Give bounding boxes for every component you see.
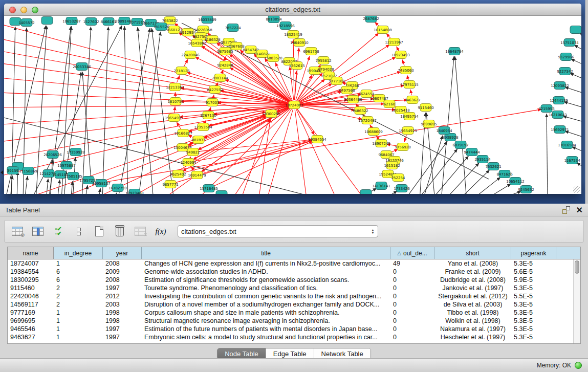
graph-node[interactable]: 15751074 — [560, 39, 579, 47]
graph-edge[interactable] — [15, 106, 290, 194]
table-row[interactable]: 1456911722003Disruption of a novel membe… — [8, 300, 573, 309]
graph-node[interactable]: 9699695 — [421, 120, 437, 128]
graph-node[interactable]: 1362615 — [289, 62, 304, 70]
graph-node[interactable]: 10688609 — [364, 128, 383, 136]
graph-node[interactable] — [41, 17, 53, 25]
graph-node[interactable]: 12444139 — [550, 97, 568, 104]
graph-node[interactable] — [360, 190, 372, 194]
graph-edge[interactable] — [296, 109, 338, 194]
graph-node[interactable] — [216, 191, 227, 194]
table-row[interactable]: 946362711997Embryonic stem cells: a mode… — [8, 333, 573, 341]
graph-edge[interactable] — [230, 109, 292, 194]
graph-node[interactable]: 6879197 — [452, 141, 468, 149]
graph-edge[interactable] — [404, 135, 406, 142]
graph-node[interactable]: 18907249 — [372, 140, 390, 147]
table-selector-dropdown[interactable]: citations_edges.txt ▲▼ — [178, 225, 378, 237]
graph-edge[interactable] — [115, 193, 117, 194]
network-window-titlebar[interactable]: citations_edges.txt — [4, 4, 581, 16]
graph-edge[interactable] — [184, 59, 188, 67]
graph-edge[interactable] — [570, 73, 581, 79]
column-select-checklist-icon[interactable]: ▫✔▫✔ — [52, 225, 65, 238]
column-header-year[interactable]: year — [103, 247, 142, 259]
graph-node[interactable]: 7486322 — [352, 107, 368, 115]
graph-edge[interactable] — [36, 26, 47, 194]
column-header-pagerank[interactable]: pagerank — [511, 247, 556, 259]
graph-edge[interactable] — [547, 114, 548, 194]
graph-node[interactable]: 20206526 — [43, 151, 62, 159]
graph-edge[interactable] — [31, 26, 122, 194]
graph-edge[interactable] — [565, 87, 581, 93]
graph-node[interactable]: 887833 — [192, 136, 206, 144]
graph-node[interactable]: 8466161 — [100, 18, 116, 26]
column-header-name[interactable]: name — [8, 247, 54, 259]
graph-edge[interactable] — [4, 105, 290, 143]
graph-edge[interactable] — [458, 170, 490, 194]
graph-edge[interactable] — [295, 110, 307, 194]
table-settings-icon[interactable]: ⚙ — [11, 225, 24, 238]
citation-network-graph[interactable]: 1872400718300295193845547663822966012389… — [4, 16, 581, 194]
graph-node[interactable]: 1405572 — [18, 19, 34, 27]
graph-node[interactable]: 6497568 — [339, 86, 355, 94]
graph-node[interactable]: 22420046 — [181, 51, 200, 59]
graph-edge[interactable] — [138, 32, 161, 194]
graph-node[interactable]: 9857771 — [162, 181, 178, 188]
column-visibility-icon[interactable] — [31, 225, 45, 238]
graph-edge[interactable] — [175, 106, 175, 113]
graph-node[interactable]: 949822 — [186, 148, 200, 156]
tab-network-table[interactable]: Network Table — [314, 348, 371, 359]
graph-edge[interactable] — [383, 191, 397, 194]
graph-node[interactable]: 19218596 — [276, 22, 295, 30]
graph-edge[interactable] — [102, 27, 108, 194]
graph-node[interactable]: 18325419 — [284, 31, 302, 38]
graph-edge[interactable] — [46, 179, 48, 194]
network-canvas[interactable]: 1872400718300295193845547663822966012389… — [4, 16, 581, 194]
graph-edge[interactable] — [98, 188, 100, 194]
graph-edge[interactable] — [404, 141, 447, 194]
graph-edge[interactable] — [386, 33, 391, 38]
minimize-window-icon[interactable] — [20, 7, 27, 13]
graph-node[interactable]: 18640910 — [290, 39, 309, 47]
graph-node[interactable]: 15720407 — [358, 117, 377, 124]
graph-node[interactable]: 16648784 — [445, 48, 464, 55]
graph-node[interactable]: 7625402 — [170, 170, 186, 178]
table-row[interactable]: 946554611997Estimation of the future num… — [8, 325, 573, 333]
graph-edge[interactable] — [455, 56, 467, 194]
graph-node[interactable]: 8813054 — [266, 16, 282, 23]
graph-node[interactable]: 1810755 — [167, 98, 183, 105]
graph-edge[interactable] — [431, 156, 469, 194]
graph-edge[interactable] — [151, 28, 174, 194]
graph-edge[interactable] — [397, 47, 399, 51]
graph-node[interactable]: 9474444 — [464, 148, 480, 156]
graph-edge[interactable] — [471, 177, 500, 194]
graph-node[interactable]: 12923468 — [125, 189, 144, 194]
graph-node[interactable]: 1167534 — [564, 157, 580, 164]
table-row[interactable]: 911546021997Tourette syndrome. Phenomeno… — [8, 284, 573, 292]
table-row[interactable]: 977716911998Corpus callosum shape and si… — [8, 309, 573, 317]
graph-node[interactable]: 8215953 — [538, 105, 554, 113]
graph-edge[interactable] — [92, 110, 541, 184]
column-header-title[interactable]: title — [142, 247, 390, 259]
graph-edge[interactable] — [297, 108, 368, 194]
graph-node[interactable]: 252254 — [391, 174, 405, 182]
column-header-in-degree[interactable]: in_degree — [54, 247, 103, 259]
graph-node[interactable]: 7632621 — [485, 163, 501, 170]
graph-node[interactable]: 7955812 — [315, 57, 331, 64]
graph-edge[interactable] — [293, 39, 294, 100]
graph-node[interactable]: 2687682 — [363, 16, 379, 23]
table-row[interactable]: 1938455462009Genome-wide association stu… — [8, 268, 573, 276]
float-window-icon[interactable] — [562, 206, 570, 214]
network-window[interactable]: citations_edges.txt 18724007183002951938… — [4, 4, 581, 194]
graph-node[interactable]: 2935114 — [474, 156, 491, 163]
graph-edge[interactable] — [85, 185, 88, 194]
graph-node[interactable]: 8186328 — [204, 36, 220, 43]
graph-node[interactable]: 9777169 — [329, 77, 344, 85]
graph-node[interactable] — [570, 26, 581, 34]
graph-node[interactable]: 9875685 — [217, 48, 233, 55]
graph-edge[interactable] — [4, 105, 290, 107]
tab-node-table[interactable]: Node Table — [217, 348, 266, 359]
graph-edge[interactable] — [25, 176, 28, 194]
graph-edge[interactable] — [208, 115, 266, 126]
graph-node[interactable]: 16033809 — [198, 16, 216, 24]
graph-node[interactable]: 2718126 — [173, 67, 190, 75]
graph-node[interactable]: 19654923 — [399, 127, 417, 135]
